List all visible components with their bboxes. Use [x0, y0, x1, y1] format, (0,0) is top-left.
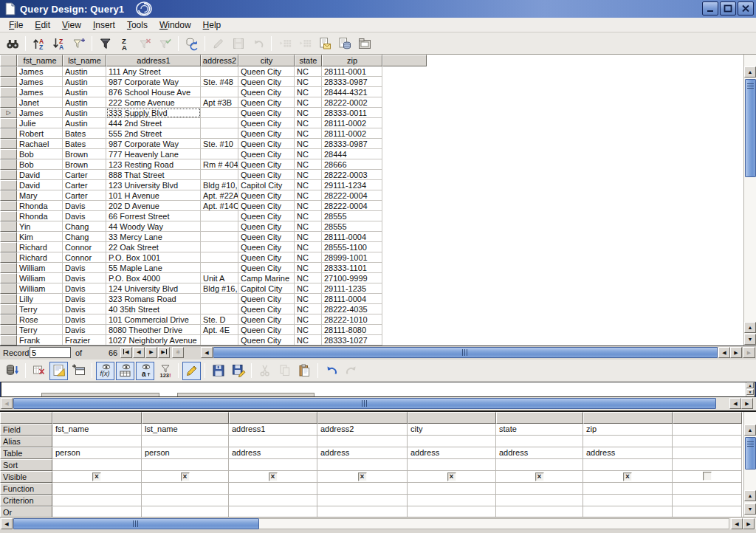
cell[interactable] [201, 87, 238, 97]
cell[interactable]: Austin [63, 87, 106, 97]
cell[interactable]: Bates [63, 139, 106, 149]
cell[interactable]: 28333-1101 [322, 263, 382, 273]
cell[interactable]: Queen City [238, 139, 295, 149]
cell[interactable]: 28333-0987 [322, 139, 382, 149]
row-header[interactable] [0, 283, 17, 294]
menu-tools[interactable]: Tools [121, 18, 154, 32]
table-pane-hscrollbar[interactable]: ◀ ◀ ▶ [0, 397, 756, 410]
cell[interactable]: 888 That Street [106, 170, 201, 180]
cell[interactable]: Austin [63, 97, 106, 108]
cell[interactable]: 28555-1100 [322, 242, 382, 252]
cell[interactable]: 28222-0002 [322, 97, 382, 108]
cell[interactable]: P.O. Box 4000 [106, 273, 201, 283]
cell[interactable]: 28333-1027 [322, 335, 382, 345]
column-header-state[interactable]: state [295, 55, 322, 66]
cell[interactable] [201, 294, 238, 304]
cell[interactable]: Davis [63, 294, 106, 304]
grid-scroll-right-arrow[interactable]: ▶ [743, 518, 755, 529]
grid-column-header[interactable] [673, 412, 742, 424]
row-header[interactable] [0, 66, 17, 77]
grid-column-header[interactable] [142, 412, 229, 424]
table-name-button[interactable] [116, 362, 134, 380]
pane-hscroll-thumb[interactable] [13, 398, 716, 409]
cell[interactable]: NC [295, 252, 322, 263]
cell[interactable]: NC [295, 159, 322, 170]
table-window-1[interactable] [41, 393, 159, 396]
column-header-city[interactable]: city [238, 55, 295, 66]
grid-cell-alias[interactable] [142, 436, 229, 447]
cell[interactable]: 29111-1235 [322, 283, 382, 294]
cell[interactable]: 101 H Avenue [106, 190, 201, 201]
grid-cell-visible[interactable]: × [496, 471, 583, 483]
cell[interactable]: 28222-0004 [322, 190, 382, 201]
table-corner-stub[interactable] [0, 55, 17, 66]
table-window-2[interactable] [177, 393, 315, 396]
record-number-input[interactable] [30, 347, 71, 358]
cell[interactable]: James [17, 77, 63, 87]
cell[interactable]: Queen City [238, 170, 295, 180]
row-header[interactable] [0, 149, 17, 159]
cell[interactable]: Brown [63, 149, 106, 159]
column-header-zip[interactable]: zip [322, 55, 382, 66]
row-header[interactable] [0, 304, 17, 314]
cell[interactable]: Davis [63, 283, 106, 294]
cell[interactable]: NC [295, 294, 322, 304]
grid-cell-criterion[interactable] [408, 495, 496, 506]
cell[interactable] [201, 263, 238, 273]
grid-column-header[interactable] [408, 412, 496, 424]
cell[interactable]: 40 35th Street [106, 304, 201, 314]
edit-button[interactable] [182, 362, 201, 380]
cell[interactable]: 28333-0011 [322, 108, 382, 118]
cell[interactable]: Queen City [238, 66, 295, 77]
cell[interactable]: Rhonda [17, 201, 63, 211]
current-row-marker[interactable]: ▷ [0, 108, 17, 118]
cell[interactable]: Carter [63, 190, 106, 201]
cell[interactable]: P.O. Box 1001 [106, 252, 201, 263]
cell[interactable]: NC [295, 66, 322, 77]
cell[interactable]: 28222-0004 [322, 201, 382, 211]
cell[interactable]: NC [295, 77, 322, 87]
grid-cell-alias[interactable] [673, 436, 742, 447]
cell[interactable]: Queen City [238, 118, 295, 128]
grid-cell-alias[interactable] [408, 436, 496, 447]
maximize-button[interactable] [720, 1, 736, 16]
grid-cell-visible[interactable]: × [142, 471, 229, 483]
grid-cell-table[interactable]: address [408, 447, 496, 459]
grid-scroll-left-arrow-2[interactable]: ◀ [731, 518, 743, 529]
cell[interactable]: 28111-8080 [322, 325, 382, 335]
cell[interactable]: David [17, 170, 63, 180]
cell[interactable]: NC [295, 128, 322, 139]
cell[interactable]: Ste. #48 [201, 77, 238, 87]
grid-cell-function[interactable] [317, 483, 408, 495]
cell[interactable]: 333 Supply Blvd [106, 108, 201, 118]
pane-scroll-right-arrow[interactable]: ▶ [741, 398, 753, 409]
visible-checkbox[interactable]: × [269, 472, 278, 481]
cell[interactable]: Richard [17, 242, 63, 252]
grid-cell-table[interactable]: address [583, 447, 673, 459]
cell[interactable]: NC [295, 273, 322, 283]
grid-column-header[interactable] [52, 412, 142, 424]
cell[interactable]: 55 Maple Lane [106, 263, 201, 273]
cell[interactable]: Apt. #14C [201, 201, 238, 211]
menu-window[interactable]: Window [154, 18, 197, 32]
title-bar[interactable]: Query Design: Query1 [0, 0, 756, 18]
cell[interactable]: 28444 [322, 149, 382, 159]
cell[interactable]: 22 Oak Street [106, 242, 201, 252]
visible-checkbox[interactable]: × [358, 472, 367, 481]
grid-cell-or[interactable] [408, 506, 496, 517]
cell[interactable]: 66 Forrest Street [106, 211, 201, 221]
cell[interactable]: David [17, 180, 63, 190]
cell[interactable]: William [17, 273, 63, 283]
grid-cell-field[interactable]: lst_name [142, 424, 229, 436]
cell[interactable]: Kim [17, 232, 63, 242]
save-button[interactable] [209, 362, 227, 380]
cell[interactable]: Queen City [238, 201, 295, 211]
cell[interactable]: NC [295, 190, 322, 201]
first-record-button[interactable]: ◀ [120, 347, 132, 358]
grid-cell-or[interactable] [673, 506, 742, 517]
menu-edit[interactable]: Edit [29, 18, 56, 32]
cell[interactable]: 29111-1234 [322, 180, 382, 190]
cell[interactable] [201, 335, 238, 345]
cell[interactable]: Carter [63, 170, 106, 180]
grid-cell-function[interactable] [142, 483, 229, 495]
